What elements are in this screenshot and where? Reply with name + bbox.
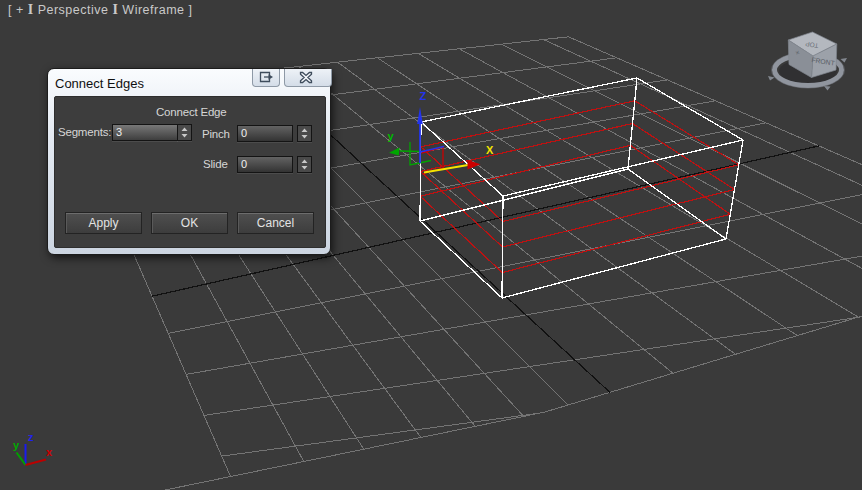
svg-text:y: y bbox=[13, 439, 20, 451]
svg-text:Z: Z bbox=[420, 90, 427, 102]
svg-text:X: X bbox=[486, 144, 494, 156]
svg-text:x: x bbox=[46, 446, 53, 458]
svg-text:y: y bbox=[388, 130, 395, 142]
svg-text:z: z bbox=[28, 431, 34, 443]
